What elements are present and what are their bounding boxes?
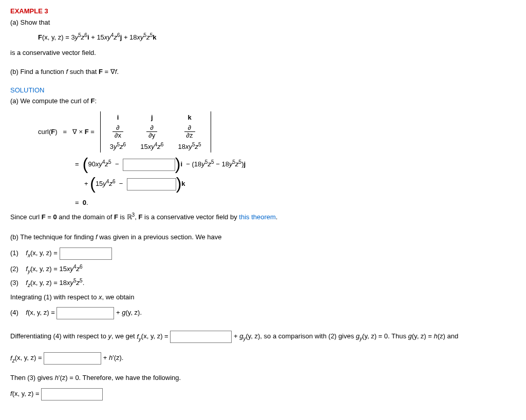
eq-3: (3) fz(x, y, z) = 18xy5z5. [10, 278, 516, 288]
det-r3c3: 18xy5z5 [171, 141, 208, 153]
coef-90: 90 [88, 161, 95, 168]
vector-field-equation: F(x, y, z) = 3y5z6i + 15xy4z6j + 18xy5z5… [38, 32, 516, 43]
theorem-link[interactable]: this theorem [239, 213, 276, 221]
fy-coef: 15 [60, 265, 67, 273]
nabla-cross: × [77, 127, 85, 135]
coef-18a: 18 [194, 161, 201, 168]
curl-line-k: + (15y4z6 − )k [84, 178, 516, 190]
blank-input-k[interactable] [127, 178, 176, 190]
eq-sym-1: = [63, 127, 67, 135]
det-ddy: ∂∂y [133, 123, 171, 141]
coef-15k: 15 [96, 180, 103, 188]
part-b-prompt-a: (b) Find a function [10, 68, 66, 75]
part-b-prompt-c: = [103, 68, 110, 75]
eq-4: (4) f(x, y, z) = + g(y, z). [10, 307, 516, 319]
coef-18b: 18 [221, 161, 229, 168]
final-line: f(x, y, z) = [10, 388, 516, 400]
eq-1: (1) fx(x, y, z) = [10, 247, 516, 260]
blank-input-f4[interactable] [57, 307, 114, 319]
blank-input-fz2[interactable] [44, 352, 101, 365]
blank-input-fy[interactable] [170, 331, 232, 343]
integrate-line: Integrating (1) with respect to x, we ob… [10, 292, 516, 302]
eq1-label: (1) [10, 249, 18, 257]
zero-vector: 0 [83, 199, 86, 206]
fz-coef: 18 [60, 279, 67, 287]
term3-coef: 18 [129, 33, 137, 41]
det-ddz: ∂∂z [171, 123, 208, 141]
det-r3c1: 3y5z6 [103, 141, 134, 153]
det-r3c2: 15xy4z6 [133, 141, 171, 153]
curl-zero: = 0. [75, 198, 516, 208]
since-line: Since curl F = 0 and the domain of F is … [10, 212, 516, 222]
det-k: k [187, 113, 191, 121]
det-i: i [117, 113, 119, 121]
determinant: i j k ∂∂x ∂∂y ∂∂z 3y5z6 15xy4z6 18xy5z5 [100, 111, 211, 153]
curl-determinant-row: curl(F) = ∇ × F = i j k ∂∂x ∂∂y ∂∂z 3y5z… [38, 111, 516, 153]
blank-input-final[interactable] [41, 388, 103, 400]
diff-line: Differentiating (4) with respect to y, w… [10, 331, 516, 343]
blank-input-fx[interactable] [60, 247, 112, 260]
solution-a-intro: (a) We compute the curl of F: [10, 96, 516, 106]
part-b-prompt: (b) Find a function f such that F = ∇f. [10, 67, 516, 77]
det-j: j [151, 113, 153, 121]
curl-label: curl(F) [38, 127, 58, 135]
eq4-label: (4) [10, 309, 18, 317]
term2-coef: 15 [97, 33, 104, 41]
sol-a-line-text: (a) We compute the curl of [10, 97, 91, 105]
vector-F-args: (x, y, z) = [42, 33, 71, 41]
part-a-prompt: (a) Show that [10, 17, 516, 28]
eq-sym-zero: = [75, 199, 81, 206]
vector-F: F [38, 33, 42, 41]
det-ddx: ∂∂x [103, 123, 134, 141]
conservative-line: is a conservative vector field. [10, 48, 516, 58]
part-b-prompt-b: such that [68, 68, 99, 75]
solution-heading: SOLUTION [10, 85, 516, 96]
then-line: Then (3) gives h'(z) = 0. Therefore, we … [10, 373, 516, 383]
eq3-label: (3) [10, 279, 18, 287]
term1-coef: 3 [71, 33, 74, 41]
curl-line-i: = (90xy4z5 − )i − (18y5z5 − 18y5z5)j [75, 159, 516, 171]
example-heading: EXAMPLE 3 [10, 6, 516, 16]
eq-2: (2) fy(x, y, z) = 15xy4z6 [10, 264, 516, 274]
blank-input-i[interactable] [123, 159, 175, 171]
eq2-label: (2) [10, 265, 18, 273]
part-b-intro: (b) The technique for finding f was give… [10, 232, 516, 242]
fz-line: fz(x, y, z) = + h'(z). [10, 352, 516, 365]
